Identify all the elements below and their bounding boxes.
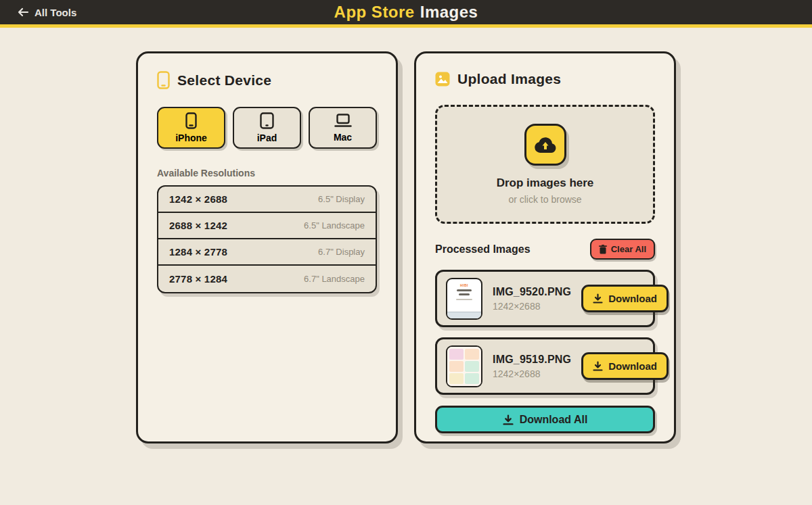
available-resolutions-label: Available Resolutions	[157, 168, 377, 178]
thumbnail-card	[465, 373, 479, 384]
file-meta: IMG_9519.PNG 1242×2688	[493, 354, 571, 379]
download-icon	[503, 414, 514, 425]
processed-images-label: Processed Images	[435, 243, 531, 256]
dropzone-subtitle: or click to browse	[508, 194, 581, 205]
upload-images-title: Upload Images	[457, 71, 561, 87]
clear-all-button[interactable]: Clear All	[590, 239, 655, 260]
image-dropzone[interactable]: Drop images here or click to browse	[435, 105, 655, 224]
thumbnail-card	[465, 349, 479, 360]
select-device-title: Select Device	[177, 72, 271, 89]
thumbnail-text-line	[457, 289, 472, 291]
back-to-all-tools-link[interactable]: All Tools	[18, 7, 76, 18]
download-all-label: Download All	[520, 414, 588, 426]
resolution-list: 1242 × 2688 6.5" Display 2688 × 1242 6.5…	[157, 185, 377, 293]
resolution-row[interactable]: 1284 × 2778 6.7" Display	[158, 239, 376, 266]
resolution-name: 6.7" Landscape	[304, 274, 365, 284]
dropzone-title: Drop images here	[497, 176, 594, 190]
resolution-row[interactable]: 1242 × 2688 6.5" Display	[158, 187, 376, 213]
resolution-size: 2778 × 1284	[169, 273, 227, 285]
resolution-size: 1284 × 2778	[169, 246, 227, 258]
download-icon	[593, 293, 603, 304]
resolution-size: 1242 × 2688	[169, 193, 227, 205]
select-device-header: Select Device	[157, 71, 377, 89]
download-all-button[interactable]: Download All	[435, 406, 655, 433]
file-thumbnail: HIBI	[446, 278, 482, 320]
clear-all-label: Clear All	[611, 244, 646, 254]
smartphone-icon	[185, 112, 197, 129]
file-dimensions: 1242×2688	[493, 368, 571, 379]
thumbnail-footer-bar	[447, 312, 481, 318]
thumbnail-card-grid	[447, 347, 481, 386]
page-title: App StoreImages	[334, 3, 478, 22]
page-title-accent: App Store	[334, 3, 415, 21]
device-button-label: Mac	[334, 132, 352, 143]
download-button[interactable]: Download	[581, 352, 669, 380]
file-thumbnail	[446, 345, 482, 387]
thumbnail-card	[449, 373, 464, 384]
tablet-icon	[260, 112, 274, 129]
device-button-mac[interactable]: Mac	[309, 107, 377, 149]
device-selector: iPhone iPad Mac	[157, 107, 377, 149]
select-device-panel: Select Device iPhone	[136, 51, 398, 443]
smartphone-icon	[157, 71, 170, 89]
processed-images-row: Processed Images Clear All	[435, 239, 655, 260]
file-dimensions: 1242×2688	[493, 301, 571, 312]
resolution-name: 6.5" Landscape	[304, 220, 365, 231]
page-title-rest: Images	[420, 3, 478, 21]
device-button-label: iPhone	[175, 133, 207, 143]
download-icon	[593, 361, 603, 371]
main-content: Select Device iPhone	[0, 28, 812, 443]
image-icon	[435, 72, 450, 87]
device-button-iphone[interactable]: iPhone	[157, 107, 225, 149]
download-button-label: Download	[608, 293, 657, 304]
thumbnail-app-logo: HIBI	[458, 283, 470, 287]
cloud-upload-icon[interactable]	[524, 124, 566, 166]
device-button-ipad[interactable]: iPad	[233, 107, 301, 149]
upload-images-header: Upload Images	[435, 71, 655, 87]
thumbnail-text-line	[456, 299, 472, 300]
file-name: IMG_9519.PNG	[493, 354, 571, 366]
laptop-icon	[334, 113, 352, 128]
thumbnail-card	[465, 361, 479, 372]
resolution-name: 6.7" Display	[318, 247, 365, 257]
thumbnail-card	[449, 349, 464, 360]
resolution-name: 6.5" Display	[318, 194, 365, 204]
resolution-size: 2688 × 1242	[169, 220, 227, 231]
thumbnail-text-line	[459, 293, 470, 295]
resolution-row[interactable]: 2778 × 1284 6.7" Landscape	[158, 266, 376, 292]
arrow-left-icon	[18, 7, 29, 17]
upload-images-panel: Upload Images Drop images here or click …	[414, 51, 676, 443]
file-name: IMG_9520.PNG	[493, 286, 571, 298]
back-link-label: All Tools	[35, 7, 76, 18]
file-meta: IMG_9520.PNG 1242×2688	[493, 286, 571, 312]
processed-file-card: IMG_9519.PNG 1242×2688 Download	[435, 337, 655, 395]
trash-icon	[599, 245, 607, 254]
processed-file-card: HIBI IMG_9520.PNG 1242×2688 Download	[435, 270, 655, 327]
download-button[interactable]: Download	[581, 285, 669, 312]
thumbnail-card	[449, 361, 464, 372]
resolution-row[interactable]: 2688 × 1242 6.5" Landscape	[158, 213, 376, 239]
top-bar: All Tools App StoreImages	[0, 0, 812, 28]
device-button-label: iPad	[257, 133, 277, 143]
download-button-label: Download	[608, 360, 657, 372]
